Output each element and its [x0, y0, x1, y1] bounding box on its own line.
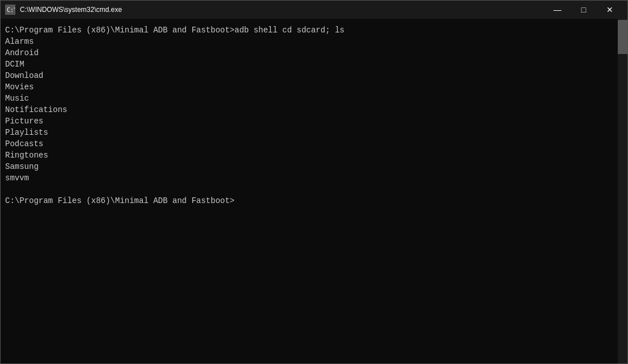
terminal-body: C:\Program Files (x86)\Minimal ADB and F…: [1, 19, 627, 363]
title-bar: C:\ C:\WINDOWS\system32\cmd.exe — □ ✕: [1, 1, 627, 19]
terminal-content[interactable]: C:\Program Files (x86)\Minimal ADB and F…: [1, 19, 618, 363]
minimize-button[interactable]: —: [544, 1, 571, 19]
close-button[interactable]: ✕: [597, 1, 623, 19]
scrollbar[interactable]: [618, 19, 627, 363]
scrollbar-thumb[interactable]: [618, 20, 627, 54]
window-title: C:\WINDOWS\system32\cmd.exe: [20, 6, 544, 14]
window-controls: — □ ✕: [544, 1, 623, 19]
svg-text:C:\: C:\: [7, 7, 15, 13]
cmd-icon: C:\: [5, 5, 15, 15]
cmd-window: C:\ C:\WINDOWS\system32\cmd.exe — □ ✕ C:…: [0, 0, 628, 364]
maximize-button[interactable]: □: [571, 1, 597, 19]
